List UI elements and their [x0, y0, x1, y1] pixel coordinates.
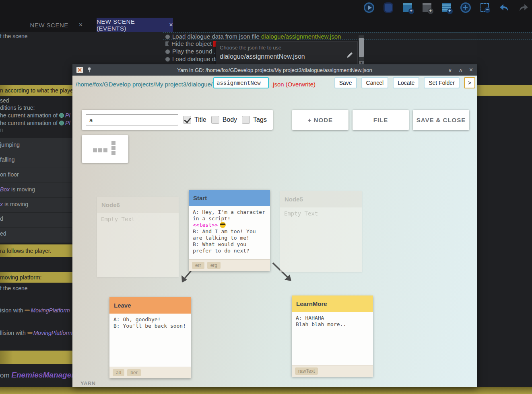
tag-chip[interactable]: err [192, 262, 204, 269]
comment-row[interactable] [0, 351, 72, 364]
file-path-row: /home/fox/GDevelop projects/My project3/… [72, 76, 477, 95]
set-folder-button[interactable]: Set Folder [424, 77, 460, 88]
add-scene-icon[interactable]: + [402, 2, 413, 13]
yarn-node-node6[interactable]: Node6 Empty Text [97, 197, 179, 277]
event-text[interactable]: ed [0, 230, 72, 237]
play-icon[interactable] [363, 2, 374, 13]
dialog-titlebar[interactable]: Yarn in GD: /home/fox/GDevelop projects/… [72, 64, 477, 76]
tab-close-icon[interactable]: × [169, 21, 173, 29]
dot [111, 141, 115, 145]
event-text[interactable]: f the scene [0, 285, 72, 291]
tab-label: NEW SCENE (EVENTS) [97, 18, 159, 32]
dot [111, 146, 115, 150]
event-text[interactable]: ditions is true: [0, 105, 72, 111]
pin-icon[interactable] [87, 67, 92, 73]
close-icon[interactable]: × [469, 66, 473, 74]
filename-input[interactable] [213, 77, 269, 88]
yarn-dialog: Yarn in GD: /home/fox/GDevelop projects/… [72, 64, 477, 387]
events-sheet-right [477, 32, 532, 394]
yarn-node-learnmore[interactable]: LearnMore A: HAHAHA Blah blah more.. raw… [292, 296, 373, 377]
yarn-node-leave[interactable]: Leave A: Oh, goodbye! B: You'll be back … [109, 297, 191, 378]
yarn-node-node5[interactable]: Node5 Empty Text [280, 191, 362, 272]
yarn-node-start[interactable]: Start A: Hey, I'm a character in a scrip… [189, 190, 270, 271]
comment-row[interactable]: n according to what the playe [0, 85, 72, 96]
path-suffix: .json (Overwrite) [271, 81, 315, 88]
event-condition[interactable]: x is moving [0, 201, 72, 207]
add-node-button[interactable]: + NODE [292, 110, 348, 130]
event-row-selected[interactable]: Load dialogue data from json file dialog… [163, 33, 532, 39]
search-input[interactable] [86, 114, 178, 125]
redo-icon[interactable] [518, 2, 529, 13]
event-text[interactable]: on floor [0, 171, 72, 178]
cancel-button[interactable]: Cancel [361, 77, 389, 88]
dot [93, 148, 97, 152]
cool-emoji-icon [220, 222, 226, 228]
add-events-icon[interactable]: + [441, 2, 452, 13]
event-text[interactable]: d [0, 215, 72, 222]
layout-switch-widget[interactable] [82, 135, 128, 163]
node-body: Empty Text [97, 213, 179, 277]
dot [98, 148, 102, 152]
node-title: Leave [109, 297, 191, 314]
tags-checkbox[interactable] [242, 116, 250, 124]
comment-row[interactable]: moving platform: [0, 272, 72, 283]
popup-value[interactable]: dialogue/assignmentNew.json [220, 53, 305, 60]
save-and-close-button[interactable]: SAVE & CLOSE [413, 110, 469, 130]
body-checkbox[interactable] [211, 116, 219, 124]
node-title: LearnMore [292, 296, 373, 312]
event-text[interactable]: jumping [0, 142, 72, 148]
save-button[interactable]: Save [334, 77, 357, 88]
node-tags: ad ber [109, 367, 191, 378]
add-object-icon[interactable]: + [460, 2, 471, 13]
tag-chip[interactable]: ber [127, 369, 140, 376]
edit-pen-icon[interactable] [346, 51, 353, 59]
tag-chip[interactable]: rawText [295, 367, 318, 375]
comment-row [477, 85, 532, 96]
add-external-events-icon[interactable]: + [421, 2, 432, 13]
locate-button[interactable]: Locate [393, 77, 419, 88]
tab-label: NEW SCENE [30, 22, 68, 29]
tag-chip[interactable]: ad [113, 369, 124, 376]
debug-icon[interactable] [383, 2, 394, 13]
yarn-footer-label: YARN [80, 380, 96, 386]
event-text[interactable]: f the scene [0, 33, 72, 39]
event-condition[interactable]: he current animation of Pl [0, 120, 72, 126]
event-condition[interactable]: Box is moving [0, 186, 72, 193]
gear-icon [165, 57, 170, 62]
gear-icon [165, 35, 170, 39]
event-condition[interactable]: llision with MovingPlatform [0, 330, 72, 336]
node-title: Node5 [280, 191, 362, 207]
file-button[interactable]: FILE [353, 110, 409, 130]
search-card: Title Body Tags [82, 110, 273, 130]
maximize-icon[interactable]: ∧ [458, 67, 462, 73]
path-prefix: /home/fox/GDevelop projects/My project3/… [76, 81, 212, 88]
event-condition[interactable]: ision with MovingPlatform [0, 307, 72, 314]
platform-icon [25, 310, 30, 311]
tab-close-icon[interactable]: × [79, 21, 83, 29]
expand-button[interactable]: > [464, 77, 475, 88]
event-text[interactable]: sed [0, 97, 72, 104]
event-text[interactable]: n [0, 127, 72, 133]
flag-icon [165, 41, 169, 46]
events-scrollbar[interactable]: ▼ [359, 35, 364, 65]
event-condition[interactable]: he current animation of Pl [0, 112, 72, 119]
title-checkbox[interactable] [183, 116, 191, 124]
main-toolbar: + + + + − [0, 0, 532, 16]
json-file-link[interactable]: dialogue/assignmentNew.json [261, 33, 341, 40]
deselect-icon[interactable]: − [479, 2, 490, 13]
json-file-popup: Choose the json file to use dialogue/ass… [216, 41, 358, 65]
tab-new-scene[interactable]: NEW SCENE × [16, 18, 97, 32]
popup-hint: Choose the json file to use [220, 45, 281, 51]
event-condition[interactable]: om EnemiesManager [0, 371, 72, 380]
minimize-icon[interactable]: ∨ [448, 67, 452, 73]
bottom-comment-bar [0, 387, 532, 394]
tag-chip[interactable]: erg [207, 262, 221, 269]
scrollbar-thumb[interactable] [359, 38, 364, 57]
tab-new-scene-events[interactable]: NEW SCENE (EVENTS) × [97, 18, 173, 32]
comment-row[interactable]: ra follows the player. [0, 244, 72, 257]
event-text[interactable]: falling [0, 156, 72, 163]
node-body: A: HAHAHA Blah blah more.. [292, 312, 373, 365]
node-tags: err erg [189, 259, 270, 271]
title-checkbox-label: Title [194, 116, 206, 123]
undo-icon[interactable] [499, 2, 509, 13]
